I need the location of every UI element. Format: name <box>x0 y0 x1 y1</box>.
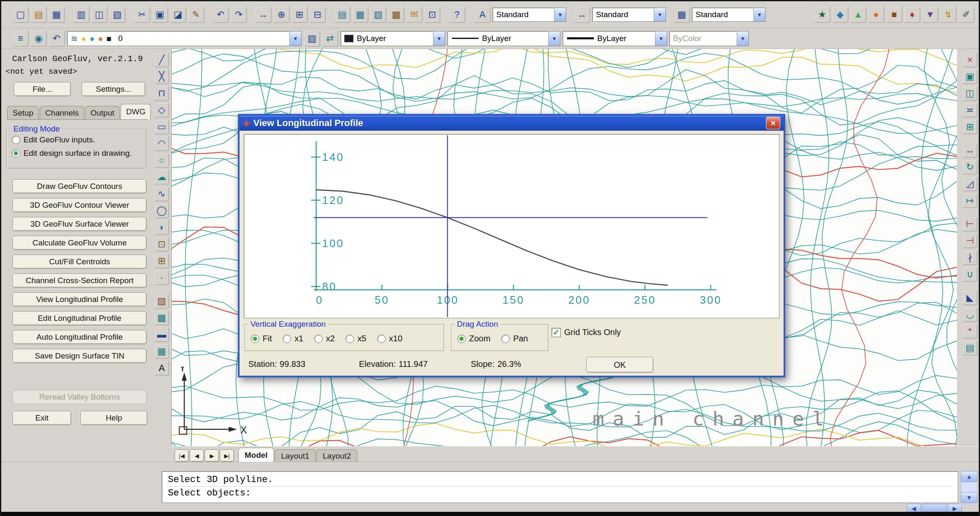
style-combo[interactable]: Standard ▾ <box>493 8 566 22</box>
polygon-icon[interactable]: ◇ <box>154 103 169 118</box>
markup-icon[interactable]: ✉ <box>406 6 423 23</box>
publish-icon[interactable]: ▧ <box>109 6 126 23</box>
next-tab-button[interactable]: ▶ <box>205 449 219 462</box>
style-icon[interactable]: ▦ <box>673 6 690 23</box>
ellipse-arc-icon[interactable]: ◗ <box>154 220 169 235</box>
dropdown-arrow-icon[interactable]: ▾ <box>554 8 566 21</box>
offset-icon[interactable]: ≍ <box>962 103 977 118</box>
dialog-title-bar[interactable]: ◈ View Longitudinal Profile × <box>240 116 784 131</box>
mining-module-icon[interactable]: ■ <box>886 6 903 23</box>
profile-chart[interactable]: 80100120140050100150200250300 <box>244 134 779 318</box>
properties-icon[interactable]: ▤ <box>334 6 351 23</box>
prev-tab-button[interactable]: ◀ <box>190 449 204 462</box>
point-icon[interactable]: · <box>154 270 169 285</box>
extend-icon[interactable]: ⊣ <box>962 233 977 248</box>
panel-tab[interactable]: Setup <box>7 106 39 119</box>
mirror-icon[interactable]: ◫ <box>962 86 977 101</box>
drag-action-radio[interactable]: Zoom <box>457 334 490 343</box>
points-module-icon[interactable]: ◆ <box>832 6 848 23</box>
vertical-exaggeration-radio[interactable]: x2 <box>314 334 335 343</box>
file-button[interactable]: File... <box>14 82 71 96</box>
survey-module-icon[interactable]: ★ <box>814 6 830 23</box>
view-longitudinal-profile-button[interactable]: View Longitudinal Profile <box>13 292 147 307</box>
cut-fill-centroids-button[interactable]: Cut/Fill Centroids <box>13 255 147 269</box>
construction-line-icon[interactable]: ╳ <box>154 69 169 84</box>
rotate-icon[interactable]: ↻ <box>962 160 977 175</box>
cross-section-report-button[interactable]: Channel Cross-Section Report <box>13 273 147 288</box>
hydrology-module-icon[interactable]: ● <box>868 6 885 23</box>
layout-tab[interactable]: Layout2 <box>317 449 358 462</box>
zoom-window-icon[interactable]: ⊞ <box>291 6 308 23</box>
dropdown-arrow-icon[interactable]: ▾ <box>433 31 445 46</box>
panel-tab[interactable]: Channels <box>40 106 84 119</box>
style-icon[interactable]: A <box>474 6 491 23</box>
array-icon[interactable]: ⊞ <box>962 119 977 134</box>
panel-tab[interactable]: Output <box>85 106 120 119</box>
layer-previous-icon[interactable]: ↶ <box>48 30 65 47</box>
zoom-previous-icon[interactable]: ⊟ <box>309 6 326 23</box>
join-icon[interactable]: ∪ <box>962 267 977 282</box>
insert-block-icon[interactable]: ⊡ <box>154 237 169 252</box>
surface-viewer-button[interactable]: 3D GeoFluv Surface Viewer <box>13 217 147 231</box>
qcalc-icon[interactable]: ⊡ <box>424 6 441 23</box>
trim-icon[interactable]: ⊢ <box>962 217 977 232</box>
tool-palettes-icon[interactable]: ▨ <box>370 6 387 23</box>
help-icon[interactable]: ? <box>449 6 465 23</box>
settings-button[interactable]: Settings... <box>82 82 145 96</box>
hatch-icon[interactable]: ▨ <box>154 294 169 309</box>
vertical-exaggeration-radio[interactable]: x1 <box>283 334 303 343</box>
properties-palette-icon[interactable]: ▤ <box>962 341 977 356</box>
lineweight-combo[interactable]: ByLayer ▾ <box>562 31 667 46</box>
open-drawing-icon[interactable]: ▤ <box>30 6 47 23</box>
scale-icon[interactable]: ◿ <box>962 176 977 191</box>
scroll-track[interactable] <box>961 482 977 492</box>
stretch-icon[interactable]: ↦ <box>962 193 977 208</box>
vertical-exaggeration-radio[interactable]: x10 <box>377 334 402 343</box>
arc-icon[interactable]: ◠ <box>154 136 169 151</box>
ellipse-icon[interactable]: ◯ <box>154 203 169 218</box>
drag-action-radio[interactable]: Pan <box>501 334 528 343</box>
dropdown-arrow-icon[interactable]: ▾ <box>753 8 765 21</box>
layer-states-icon[interactable]: ▧ <box>304 30 320 47</box>
lightning-tool-icon[interactable]: ↯ <box>940 6 957 23</box>
last-tab-button[interactable]: ▶| <box>220 449 234 462</box>
undo-icon[interactable]: ↶ <box>212 6 229 23</box>
line-icon[interactable]: ╱ <box>154 52 169 67</box>
dropdown-arrow-icon[interactable]: ▾ <box>289 31 301 46</box>
circle-icon[interactable]: ○ <box>154 153 169 168</box>
surface-module-icon[interactable]: ▲ <box>850 6 867 23</box>
style-combo[interactable]: Standard ▾ <box>692 8 766 22</box>
pan-icon[interactable]: ↔ <box>255 6 272 23</box>
revision-cloud-icon[interactable]: ☁ <box>154 170 169 185</box>
dropdown-arrow-icon[interactable]: ▾ <box>737 31 748 46</box>
chamfer-icon[interactable]: ◣ <box>962 290 977 305</box>
fillet-icon[interactable]: ◡ <box>962 307 977 322</box>
dropdown-arrow-icon[interactable]: ▾ <box>548 31 560 46</box>
region-icon[interactable]: ▬ <box>154 327 169 342</box>
layer-lock-icon[interactable]: ● <box>98 34 103 43</box>
multiline-text-icon[interactable]: A <box>154 361 169 376</box>
reread-valley-bottoms-button[interactable]: Reread Valley Bottoms <box>13 390 147 404</box>
erase-icon[interactable]: × <box>962 52 977 67</box>
help-button[interactable]: Help <box>80 411 147 425</box>
report-module-icon[interactable]: ▼ <box>922 6 939 23</box>
save-design-surface-tin-button[interactable]: Save Design Surface TIN <box>13 349 147 363</box>
style-icon[interactable]: ↔ <box>574 6 591 23</box>
scroll-down-button[interactable]: ▼ <box>961 492 977 503</box>
layer-freeze-icon[interactable]: ● <box>90 34 95 43</box>
contour-viewer-button[interactable]: 3D GeoFluv Contour Viewer <box>13 198 147 212</box>
layers-stack-icon[interactable]: ≋ <box>71 34 78 43</box>
scroll-up-button[interactable]: ▲ <box>961 471 977 482</box>
move-icon[interactable]: ↔ <box>962 143 977 158</box>
spline-icon[interactable]: ∿ <box>154 186 169 201</box>
annotate-tool-icon[interactable]: ✐ <box>958 6 975 23</box>
calculate-volume-button[interactable]: Calculate GeoFluv Volume <box>13 236 147 250</box>
copy-icon[interactable]: ▣ <box>152 6 168 23</box>
table-icon[interactable]: ▦ <box>154 344 169 359</box>
layout-tab[interactable]: Model <box>238 448 274 462</box>
plot-icon[interactable]: ▥ <box>73 6 90 23</box>
auto-longitudinal-profile-button[interactable]: Auto Longitudinal Profile <box>13 330 147 344</box>
exit-button[interactable]: Exit <box>13 411 71 425</box>
edit-longitudinal-profile-button[interactable]: Edit Longitudinal Profile <box>13 311 147 325</box>
rectangle-icon[interactable]: ▭ <box>154 119 169 134</box>
